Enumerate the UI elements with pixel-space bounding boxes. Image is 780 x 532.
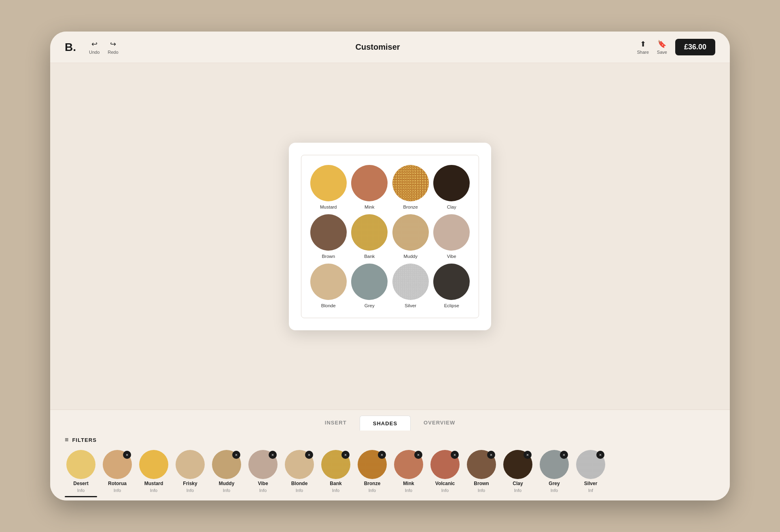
filter-circle-clay[interactable]: ×: [503, 450, 532, 479]
filter-info-mustard[interactable]: Info: [150, 488, 157, 493]
filter-name-desert: Desert: [73, 481, 88, 486]
undo-button[interactable]: ↩ Undo: [89, 40, 100, 55]
filter-circle-mustard[interactable]: [139, 450, 168, 479]
swatch-circle-mink[interactable]: [351, 165, 388, 201]
filter-swatch-silver[interactable]: × Silver Inf: [574, 450, 607, 497]
remove-badge-clay[interactable]: ×: [524, 451, 532, 459]
filter-swatch-bank[interactable]: × Bank Info: [320, 450, 352, 497]
logo: B.: [65, 41, 76, 54]
filter-info-muddy[interactable]: Info: [223, 488, 230, 493]
swatch-item-mink[interactable]: Mink: [351, 165, 389, 209]
swatch-item-vibe[interactable]: Vibe: [433, 214, 471, 259]
filter-swatch-desert[interactable]: Desert Info: [65, 450, 97, 497]
filter-swatch-vibe[interactable]: × Vibe Info: [247, 450, 279, 497]
swatch-item-mustard[interactable]: Mustard: [309, 165, 348, 209]
filter-circle-brown[interactable]: ×: [467, 450, 496, 479]
filter-info-volcanic[interactable]: Info: [441, 488, 449, 493]
price-button[interactable]: £36.00: [675, 39, 715, 55]
filter-circle-muddy[interactable]: ×: [212, 450, 241, 479]
filter-circle-silver[interactable]: ×: [576, 450, 605, 479]
swatch-circle-bronze[interactable]: [392, 165, 429, 201]
swatch-item-bank[interactable]: Bank: [351, 214, 389, 259]
filter-circle-vibe[interactable]: ×: [248, 450, 278, 479]
remove-badge-brown[interactable]: ×: [487, 451, 495, 459]
filter-swatch-muddy[interactable]: × Muddy Info: [210, 450, 243, 497]
filter-info-frisky[interactable]: Info: [187, 488, 194, 493]
filter-swatch-frisky[interactable]: Frisky Info: [174, 450, 206, 497]
swatch-circle-clay[interactable]: [433, 165, 470, 201]
swatch-circle-grey[interactable]: [351, 264, 388, 300]
filters-label: FILTERS: [72, 437, 96, 443]
save-button[interactable]: 🔖 Save: [657, 40, 667, 55]
filter-name-mink: Mink: [403, 481, 414, 486]
filter-swatch-mustard[interactable]: Mustard Info: [138, 450, 170, 497]
remove-badge-blonde[interactable]: ×: [305, 451, 313, 459]
filter-circle-grey[interactable]: ×: [540, 450, 569, 479]
swatch-item-grey[interactable]: Grey: [351, 264, 389, 308]
swatch-item-brown[interactable]: Brown: [309, 214, 348, 259]
remove-badge-volcanic[interactable]: ×: [451, 451, 459, 459]
filter-circle-frisky[interactable]: [176, 450, 205, 479]
filter-circle-bronze[interactable]: ×: [358, 450, 387, 479]
swatch-circle-mustard[interactable]: [310, 165, 347, 201]
redo-button[interactable]: ↪ Redo: [108, 40, 118, 55]
redo-icon: ↪: [110, 40, 116, 49]
filter-info-silver[interactable]: Inf: [588, 488, 593, 493]
remove-badge-silver[interactable]: ×: [596, 451, 604, 459]
filter-info-blonde[interactable]: Info: [296, 488, 303, 493]
swatch-item-blonde[interactable]: Blonde: [309, 264, 348, 308]
filter-info-rotorua[interactable]: Info: [114, 488, 121, 493]
tab-overview[interactable]: OVERVIEW: [411, 416, 468, 431]
filter-info-bronze[interactable]: Info: [369, 488, 376, 493]
header: B. ↩ Undo ↪ Redo Customiser ⬆ Share 🔖 Sa…: [50, 32, 730, 63]
tab-insert[interactable]: INSERT: [312, 416, 360, 431]
remove-badge-rotorua[interactable]: ×: [123, 451, 131, 459]
filter-info-clay[interactable]: Info: [514, 488, 521, 493]
filter-circle-volcanic[interactable]: ×: [430, 450, 460, 479]
filter-circle-desert[interactable]: [66, 450, 95, 479]
filter-info-desert[interactable]: Info: [77, 488, 85, 493]
filter-info-mink[interactable]: Info: [405, 488, 412, 493]
swatch-item-eclipse[interactable]: Eclipse: [433, 264, 471, 308]
filter-swatch-grey[interactable]: × Grey Info: [538, 450, 570, 497]
swatch-circle-vibe[interactable]: [433, 214, 470, 251]
filter-swatch-brown[interactable]: × Brown Info: [465, 450, 498, 497]
remove-badge-bank[interactable]: ×: [341, 451, 350, 459]
filter-circle-bank[interactable]: ×: [321, 450, 350, 479]
swatch-circle-blonde[interactable]: [310, 264, 347, 300]
filter-swatch-volcanic[interactable]: × Volcanic Info: [429, 450, 461, 497]
filter-info-brown[interactable]: Info: [478, 488, 485, 493]
swatch-circle-brown[interactable]: [310, 214, 347, 251]
swatch-circle-eclipse[interactable]: [433, 264, 470, 300]
swatch-circle-silver[interactable]: [392, 264, 429, 300]
filter-swatch-bronze[interactable]: × Bronze Info: [356, 450, 388, 497]
remove-badge-vibe[interactable]: ×: [269, 451, 277, 459]
filter-info-grey[interactable]: Info: [551, 488, 558, 493]
filter-swatch-mink[interactable]: × Mink Info: [392, 450, 425, 497]
swatch-item-clay[interactable]: Clay: [433, 165, 471, 209]
swatch-circle-bank[interactable]: [351, 214, 388, 251]
filter-circle-mink[interactable]: ×: [394, 450, 423, 479]
bookmark-icon: 🔖: [657, 40, 666, 49]
swatch-circle-muddy[interactable]: [392, 214, 429, 251]
tab-shades[interactable]: SHADES: [360, 416, 411, 431]
filter-circle-rotorua[interactable]: ×: [103, 450, 132, 479]
swatch-item-bronze[interactable]: Bronze: [392, 165, 430, 209]
filter-info-vibe[interactable]: Info: [259, 488, 267, 493]
filter-swatches-scroll[interactable]: Desert Info × Rotorua Info Mustard Info …: [65, 450, 715, 500]
share-icon: ⬆: [640, 40, 646, 49]
remove-badge-grey[interactable]: ×: [560, 451, 568, 459]
filter-swatch-rotorua[interactable]: × Rotorua Info: [101, 450, 134, 497]
remove-badge-bronze[interactable]: ×: [378, 451, 386, 459]
swatch-item-muddy[interactable]: Muddy: [392, 214, 430, 259]
filter-swatch-clay[interactable]: × Clay Info: [502, 450, 534, 497]
swatch-item-silver[interactable]: Silver: [392, 264, 430, 308]
main-content: Mustard Mink Bronze Clay Brown Bank Mudd…: [50, 63, 730, 410]
remove-badge-mink[interactable]: ×: [414, 451, 422, 459]
filters-header: ≡ FILTERS: [65, 436, 715, 443]
share-button[interactable]: ⬆ Share: [637, 40, 649, 55]
remove-badge-muddy[interactable]: ×: [232, 451, 240, 459]
filter-swatch-blonde[interactable]: × Blonde Info: [283, 450, 316, 497]
filter-circle-blonde[interactable]: ×: [285, 450, 314, 479]
filter-info-bank[interactable]: Info: [332, 488, 339, 493]
